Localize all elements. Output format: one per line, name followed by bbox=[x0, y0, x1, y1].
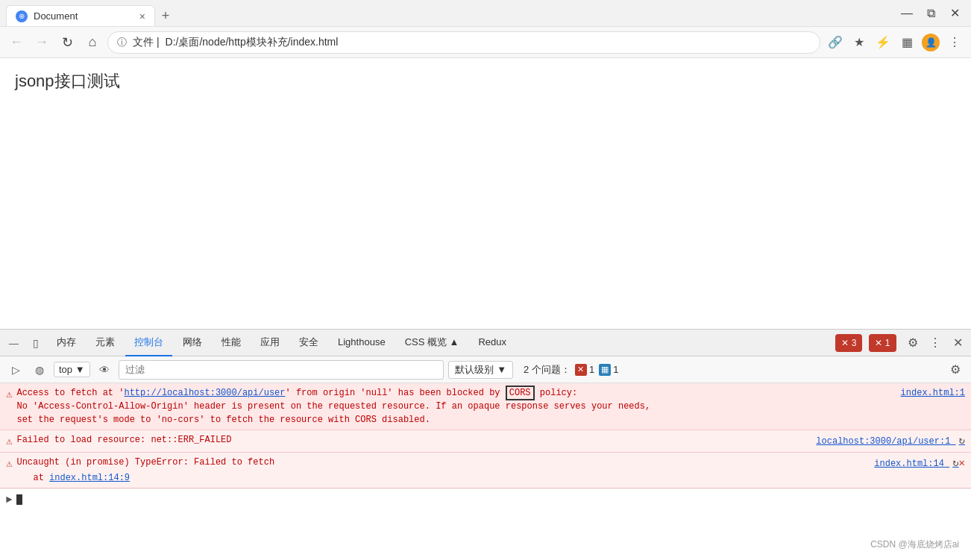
devtools-settings-icon[interactable]: ⚙ bbox=[902, 333, 923, 353]
error-icon-3: ⚠ bbox=[6, 457, 12, 470]
cors-error-detail2: set the request's mode to 'no-cors' to f… bbox=[16, 413, 965, 427]
tab-application[interactable]: 应用 bbox=[251, 330, 289, 356]
profile-icon: 👤 bbox=[922, 34, 940, 51]
menu-icon[interactable]: ⋮ bbox=[944, 32, 965, 53]
home-button[interactable]: ⌂ bbox=[82, 32, 103, 53]
console-block-icon[interactable]: ◍ bbox=[30, 360, 49, 380]
type-error-close[interactable]: ✕ bbox=[959, 456, 965, 471]
error-count-value: 1 bbox=[589, 364, 594, 375]
page-content: jsonp接口测试 bbox=[0, 58, 971, 329]
error-badge-count: 3 bbox=[852, 338, 857, 348]
tab-console[interactable]: 控制台 bbox=[125, 330, 172, 356]
minimize-button[interactable]: — bbox=[896, 3, 917, 24]
url-security-icon: ⓘ bbox=[117, 36, 127, 49]
error-icon-2: ⚠ bbox=[6, 435, 12, 447]
warning-count-icon: ▦ bbox=[599, 364, 611, 376]
err-failed-text: Failed to load resource: net::ERR_FAILED… bbox=[16, 433, 965, 449]
profile-avatar[interactable]: 👤 bbox=[920, 32, 941, 53]
cors-error-link[interactable]: http://localhost:3000/api/user bbox=[124, 388, 285, 398]
error-badge-icon: ✕ bbox=[841, 338, 849, 348]
tab-css-overview[interactable]: CSS 概览 ▲ bbox=[396, 330, 468, 356]
extension-icon[interactable]: ⚡ bbox=[873, 32, 893, 53]
cors-error-detail1: No 'Access-Control-Allow-Origin' header … bbox=[16, 400, 965, 413]
error-count: ✕ 1 bbox=[575, 364, 594, 376]
devtools-tabs: ⸻ ▯ 内存 元素 控制台 网络 性能 应用 安全 Lighthouse CSS… bbox=[0, 330, 971, 356]
type-error-text: Uncaught (in promise) TypeError: Failed … bbox=[16, 456, 965, 485]
tab-memory[interactable]: 内存 bbox=[48, 330, 85, 356]
console-cursor bbox=[16, 494, 22, 505]
tab-favicon bbox=[16, 10, 28, 22]
cors-error: ⚠ Access to fetch at 'http://localhost:3… bbox=[0, 383, 971, 430]
cors-keyword: CORS bbox=[506, 386, 535, 400]
top-selector-label: top ▼ bbox=[59, 364, 85, 375]
err-failed-main: Failed to load resource: net::ERR_FAILED bbox=[16, 433, 231, 447]
console-output: ⚠ Access to fetch at 'http://localhost:3… bbox=[0, 383, 971, 560]
top-context-selector[interactable]: top ▼ bbox=[54, 362, 90, 377]
address-bar: ← → ↻ ⌂ ⓘ 文件 | D:/桌面/node/http模块补充/index… bbox=[0, 27, 971, 58]
url-path: D:/桌面/node/http模块补充/index.html bbox=[166, 36, 339, 49]
reload-icon: ↻ bbox=[959, 433, 965, 449]
console-settings-icon[interactable]: ⚙ bbox=[946, 360, 965, 380]
eye-icon[interactable]: 👁 bbox=[95, 360, 114, 380]
type-error-sub: at index.html:14:9 bbox=[33, 471, 965, 485]
error-badge[interactable]: ✕ 3 bbox=[835, 334, 863, 352]
type-error: ⚠ Uncaught (in promise) TypeError: Faile… bbox=[0, 453, 971, 488]
err-failed-location[interactable]: localhost:3000/api/user:1 ↻ bbox=[816, 433, 965, 449]
close-button[interactable]: ✕ bbox=[944, 3, 965, 24]
type-error-location[interactable]: index.html:14 ↻ bbox=[874, 456, 958, 471]
console-input-row: ► bbox=[0, 488, 971, 510]
issues-label: 2 个问题： bbox=[524, 363, 571, 377]
back-button[interactable]: ← bbox=[6, 32, 27, 53]
tab-performance[interactable]: 性能 bbox=[213, 330, 250, 356]
devtools-device-icon[interactable]: ▯ bbox=[25, 333, 46, 353]
cors-error-main: Access to fetch at 'http://localhost:300… bbox=[16, 386, 588, 400]
sidebar-icon[interactable]: ▦ bbox=[896, 32, 917, 53]
new-tab-button[interactable]: + bbox=[155, 5, 176, 26]
issues-badge: 2 个问题： ✕ 1 ▦ 1 bbox=[518, 363, 624, 377]
cors-error-text: Access to fetch at 'http://localhost:300… bbox=[16, 386, 965, 427]
devtools-more-icon[interactable]: ⋮ bbox=[925, 333, 946, 353]
tab-redux[interactable]: Redux bbox=[469, 330, 515, 356]
toolbar-icons: 🔗 ★ ⚡ ▦ 👤 ⋮ bbox=[825, 32, 965, 53]
tab-close-button[interactable]: × bbox=[139, 10, 145, 22]
reload-button[interactable]: ↻ bbox=[57, 32, 78, 53]
devtools-panel: ⸻ ▯ 内存 元素 控制台 网络 性能 应用 安全 Lighthouse CSS… bbox=[0, 329, 971, 560]
page-heading: jsonp接口测试 bbox=[15, 72, 120, 90]
restore-button[interactable]: ⧉ bbox=[920, 3, 941, 24]
warning-count: ▦ 1 bbox=[599, 364, 618, 376]
tab-title: Document bbox=[34, 10, 78, 22]
console-execute-icon[interactable]: ▷ bbox=[6, 360, 25, 380]
level-arrow: ▼ bbox=[497, 364, 506, 375]
reload-icon-3: ↻ bbox=[952, 456, 958, 471]
console-toolbar: ▷ ◍ top ▼ 👁 默认级别 ▼ 2 个问题： ✕ 1 ▦ 1 bbox=[0, 356, 971, 383]
err-failed-error: ⚠ Failed to load resource: net::ERR_FAIL… bbox=[0, 430, 971, 453]
default-level-selector[interactable]: 默认级别 ▼ bbox=[448, 361, 513, 379]
url-protocol: 文件 | bbox=[133, 36, 160, 49]
url-bar[interactable]: ⓘ 文件 | D:/桌面/node/http模块补充/index.html bbox=[107, 31, 820, 54]
warning-badge-icon: ✕ bbox=[875, 338, 882, 348]
share-icon[interactable]: 🔗 bbox=[825, 32, 846, 53]
tab-lighthouse[interactable]: Lighthouse bbox=[329, 330, 395, 356]
bookmark-icon[interactable]: ★ bbox=[849, 32, 870, 53]
filter-input[interactable] bbox=[119, 360, 444, 380]
default-level-label: 默认级别 bbox=[455, 363, 494, 377]
tab-security[interactable]: 安全 bbox=[290, 330, 327, 356]
type-error-sub-link[interactable]: index.html:14:9 bbox=[49, 473, 130, 483]
warning-badge-count: 1 bbox=[885, 338, 890, 348]
error-count-icon: ✕ bbox=[575, 364, 587, 376]
window-controls: — ⧉ ✕ bbox=[896, 3, 965, 24]
active-tab[interactable]: Document × bbox=[6, 5, 155, 26]
warning-badge[interactable]: ✕ 1 bbox=[869, 334, 896, 352]
tab-elements[interactable]: 元素 bbox=[87, 330, 124, 356]
devtools-close-icon[interactable]: ✕ bbox=[947, 333, 968, 353]
warning-count-value: 1 bbox=[613, 364, 618, 375]
tab-strip: Document × + bbox=[6, 0, 890, 26]
cors-error-location[interactable]: index.html:1 bbox=[901, 386, 965, 400]
error-icon-1: ⚠ bbox=[6, 388, 12, 400]
watermark: CSDN @海底烧烤店ai bbox=[870, 538, 959, 551]
type-error-main: Uncaught (in promise) TypeError: Failed … bbox=[16, 456, 274, 469]
tab-network[interactable]: 网络 bbox=[174, 330, 211, 356]
forward-button[interactable]: → bbox=[31, 32, 52, 53]
devtools-cursor-icon[interactable]: ⸻ bbox=[3, 333, 24, 353]
title-bar: Document × + — ⧉ ✕ bbox=[0, 0, 971, 27]
